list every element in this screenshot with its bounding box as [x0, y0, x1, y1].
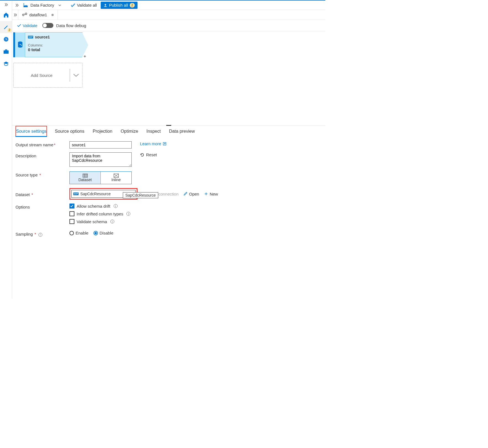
nav-manage-icon[interactable]	[0, 45, 12, 58]
pencil-icon	[183, 192, 187, 196]
validate-all-button[interactable]: Validate all	[71, 3, 97, 7]
properties-tabs: Source settings Source options Projectio…	[12, 126, 325, 137]
source-type-segmented: Dataset Inline	[69, 171, 132, 184]
publish-all-label: Publish all	[109, 3, 128, 7]
options-label: Options	[15, 205, 30, 209]
description-label: Description	[15, 153, 36, 158]
source-node[interactable]: SAPsource1 Columns: 0 total	[13, 32, 82, 57]
plus-icon	[204, 192, 208, 196]
grid-icon	[83, 174, 88, 178]
source-node-name: source1	[35, 35, 50, 39]
svg-rect-9	[83, 174, 87, 178]
columns-label: Columns:	[28, 43, 76, 47]
nav-learn-icon[interactable]	[0, 58, 12, 70]
tab-source-options[interactable]: Source options	[54, 126, 85, 137]
svg-rect-3	[5, 50, 7, 51]
chevron-down-icon[interactable]	[70, 73, 82, 77]
info-icon[interactable]: i	[110, 220, 114, 223]
collapse-tabs-icon[interactable]	[12, 10, 18, 20]
info-icon[interactable]: i	[38, 233, 42, 237]
canvas-actions: Validate Data flow debug	[12, 20, 325, 31]
output-stream-name-label: Output stream name	[15, 142, 53, 147]
factory-icon	[23, 3, 28, 7]
upload-icon	[103, 3, 107, 7]
new-dataset-button[interactable]: New	[204, 192, 218, 196]
validate-schema-checkbox[interactable]: Validate schema i	[69, 219, 130, 224]
tab-optimize[interactable]: Optimize	[120, 126, 139, 137]
debug-label: Data flow debug	[56, 23, 86, 28]
service-name: Data Factory	[30, 3, 54, 7]
validate-all-label: Validate all	[77, 3, 97, 7]
external-link-icon	[163, 142, 166, 145]
properties-panel: Output stream name* Learn more Descripti…	[12, 137, 325, 244]
sampling-label: Sampling	[15, 232, 33, 236]
validate-label: Validate	[23, 23, 37, 28]
info-icon[interactable]: i	[114, 204, 118, 208]
sampling-enable-radio[interactable]: Enable	[69, 231, 89, 235]
source-type-dataset[interactable]: Dataset	[70, 172, 100, 184]
dataset-value: SapCdcResource	[80, 192, 111, 196]
info-icon[interactable]: i	[126, 212, 130, 216]
description-input[interactable]	[69, 152, 132, 167]
tab-dataflow1[interactable]: dataflow1	[18, 10, 58, 20]
tab-source-settings[interactable]: Source settings	[15, 126, 47, 137]
author-badge: 2	[7, 28, 11, 32]
database-icon	[17, 41, 23, 48]
validate-button[interactable]: Validate	[17, 23, 37, 28]
debug-toggle[interactable]	[42, 23, 53, 28]
tab-projection[interactable]: Projection	[92, 126, 113, 137]
top-toolbar: Data Factory Validate all Publish all 2	[12, 1, 325, 10]
source-type-label: Source type	[15, 173, 38, 177]
editor-tabs: dataflow1	[12, 10, 325, 20]
dirty-indicator-icon	[51, 14, 54, 16]
dataflow-canvas[interactable]: SAPsource1 Columns: 0 total + Add Source	[12, 31, 325, 126]
add-source-button[interactable]: Add Source	[13, 63, 82, 88]
dataset-tooltip: SapCdcResource	[123, 192, 158, 198]
reset-button[interactable]: Reset	[140, 152, 157, 157]
learn-more-link[interactable]: Learn more	[140, 141, 166, 146]
check-icon	[71, 3, 75, 7]
reset-icon	[140, 153, 144, 157]
tab-label: dataflow1	[29, 12, 47, 17]
dataflow-icon	[22, 13, 27, 17]
tab-data-preview[interactable]: Data preview	[168, 126, 195, 137]
svg-rect-4	[24, 3, 24, 5]
service-switcher[interactable]: Data Factory	[23, 3, 61, 7]
infer-drifted-checkbox[interactable]: Infer drifted column types i	[69, 211, 130, 216]
collapse-toolbar-icon[interactable]	[14, 1, 19, 10]
tab-inspect[interactable]: Inspect	[146, 126, 161, 137]
check-icon	[17, 24, 21, 27]
publish-count-badge: 2	[130, 3, 135, 7]
publish-all-button[interactable]: Publish all 2	[101, 2, 137, 9]
inline-icon	[114, 174, 119, 178]
left-nav-rail: 2	[0, 1, 12, 299]
output-stream-name-input[interactable]	[69, 141, 132, 149]
nav-author-icon[interactable]: 2	[0, 21, 12, 33]
columns-count: 0 total	[28, 47, 76, 52]
sampling-disable-radio[interactable]: Disable	[94, 231, 113, 235]
svg-rect-2	[3, 50, 8, 54]
add-step-button[interactable]: +	[84, 54, 86, 59]
dataset-label: Dataset	[15, 192, 30, 197]
nav-home-icon[interactable]	[0, 9, 12, 21]
allow-schema-drift-checkbox[interactable]: Allow schema drift i	[69, 204, 130, 209]
sap-icon: SAP	[28, 36, 33, 38]
sap-icon: SAP	[73, 192, 79, 195]
expand-rail-icon[interactable]	[0, 1, 12, 9]
chevron-down-icon	[58, 4, 61, 7]
source-type-inline[interactable]: Inline	[100, 172, 131, 184]
open-dataset-button[interactable]: Open	[183, 192, 199, 196]
nav-monitor-icon[interactable]	[0, 33, 12, 45]
add-source-label: Add Source	[14, 73, 70, 78]
